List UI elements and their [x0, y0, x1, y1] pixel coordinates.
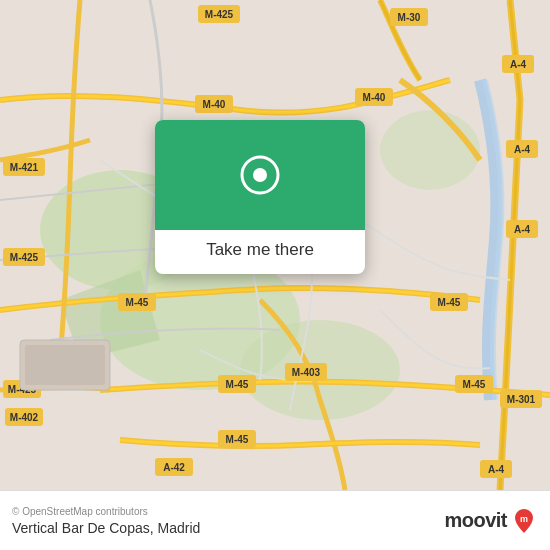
- svg-text:M-45: M-45: [463, 379, 486, 390]
- moovit-logo-icon: m: [510, 507, 538, 535]
- bottom-bar: © OpenStreetMap contributors Vertical Ba…: [0, 490, 550, 550]
- svg-text:M-30: M-30: [398, 12, 421, 23]
- location-popup[interactable]: Take me there: [155, 120, 365, 274]
- svg-text:M-301: M-301: [507, 394, 536, 405]
- take-me-there-button[interactable]: Take me there: [171, 240, 349, 260]
- svg-text:M-402: M-402: [10, 412, 39, 423]
- moovit-logo: moovit m: [444, 507, 538, 535]
- svg-text:M-40: M-40: [203, 99, 226, 110]
- map-view: M-30 M-40 M-40 M-425 M-421 M-425 M-45 M-…: [0, 0, 550, 490]
- svg-point-49: [253, 168, 267, 182]
- popup-body: Take me there: [155, 230, 365, 274]
- svg-text:M-45: M-45: [226, 379, 249, 390]
- svg-text:m: m: [520, 514, 528, 524]
- svg-text:A-42: A-42: [163, 462, 185, 473]
- location-pin-icon: [238, 153, 282, 197]
- location-name: Vertical Bar De Copas, Madrid: [12, 520, 444, 536]
- svg-text:A-4: A-4: [510, 59, 527, 70]
- svg-text:M-45: M-45: [226, 434, 249, 445]
- svg-text:M-40: M-40: [363, 92, 386, 103]
- svg-rect-47: [25, 345, 105, 385]
- svg-text:A-4: A-4: [514, 144, 531, 155]
- svg-text:M-425: M-425: [205, 9, 234, 20]
- svg-text:M-403: M-403: [292, 367, 321, 378]
- svg-text:A-4: A-4: [514, 224, 531, 235]
- svg-text:M-45: M-45: [126, 297, 149, 308]
- popup-header: [155, 120, 365, 230]
- svg-point-4: [380, 110, 480, 190]
- moovit-brand-text: moovit: [444, 509, 507, 532]
- svg-text:A-4: A-4: [488, 464, 505, 475]
- svg-text:M-425: M-425: [10, 252, 39, 263]
- svg-text:M-421: M-421: [10, 162, 39, 173]
- bottom-info: © OpenStreetMap contributors Vertical Ba…: [12, 506, 444, 536]
- svg-text:M-45: M-45: [438, 297, 461, 308]
- copyright-text: © OpenStreetMap contributors: [12, 506, 444, 517]
